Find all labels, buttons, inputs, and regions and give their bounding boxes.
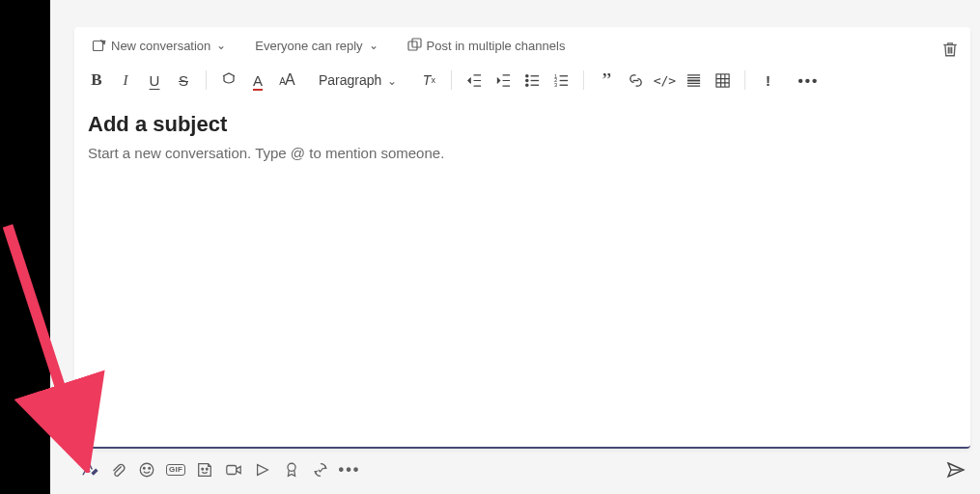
svg-point-14 [206, 468, 208, 470]
code-snippet-button[interactable]: </> [652, 68, 677, 93]
important-button[interactable]: ! [755, 68, 780, 93]
multi-channel-icon [407, 38, 423, 53]
outdent-button[interactable] [462, 68, 487, 93]
font-color-button[interactable]: A [245, 68, 270, 93]
quote-button[interactable]: ” [594, 68, 619, 93]
svg-rect-9 [716, 73, 729, 86]
emoji-button[interactable] [132, 455, 161, 484]
highlight-button[interactable] [216, 68, 241, 93]
discard-button[interactable] [941, 41, 959, 58]
strikethrough-button[interactable]: S [171, 68, 196, 93]
bulleted-list-button[interactable] [519, 68, 545, 93]
compose-body[interactable]: Add a subject Start a new conversation. … [74, 96, 970, 447]
svg-rect-0 [94, 41, 103, 51]
paragraph-style-dropdown[interactable]: Paragraph [315, 68, 401, 93]
clear-formatting-button[interactable]: Tx [416, 68, 441, 93]
link-button[interactable] [623, 68, 648, 93]
send-button[interactable] [941, 455, 970, 484]
bold-button[interactable]: B [84, 68, 109, 93]
svg-text:3: 3 [554, 82, 557, 88]
more-apps-button[interactable]: ••• [335, 455, 364, 484]
separator [583, 70, 584, 90]
italic-button[interactable]: I [113, 68, 138, 93]
separator [744, 70, 745, 90]
post-multiple-channels-label: Post in multiple channels [427, 39, 566, 53]
compose-icon [92, 38, 107, 53]
separator [206, 70, 207, 90]
approvals-button[interactable] [306, 455, 335, 484]
reply-permissions-dropdown[interactable]: Everyone can reply [249, 37, 383, 55]
horizontal-rule-button[interactable] [681, 68, 706, 93]
svg-point-3 [526, 74, 528, 76]
indent-button[interactable] [490, 68, 516, 93]
separator [451, 70, 452, 90]
stream-button[interactable] [248, 455, 277, 484]
composer-header: New conversation Everyone can reply [74, 27, 970, 64]
svg-point-4 [526, 79, 528, 81]
channel-area: New conversation Everyone can reply [50, 0, 980, 494]
format-toolbar: B I U S A AA Paragraph [74, 64, 970, 96]
numbered-list-button[interactable]: 1 2 3 [548, 68, 574, 93]
subject-input[interactable]: Add a subject [88, 112, 957, 137]
meet-now-button[interactable] [219, 455, 248, 484]
composer: New conversation Everyone can reply [74, 27, 970, 449]
compose-actions-bar: GIF [74, 453, 970, 486]
praise-button[interactable] [277, 455, 306, 484]
post-multiple-channels-button[interactable]: Post in multiple channels [402, 36, 572, 55]
app-rail [0, 0, 50, 494]
new-conversation-dropdown[interactable]: New conversation [86, 36, 232, 55]
insert-table-button[interactable] [710, 68, 735, 93]
svg-rect-15 [227, 466, 237, 475]
gif-button[interactable]: GIF [161, 455, 190, 484]
svg-point-13 [202, 468, 204, 470]
font-size-button[interactable]: AA [274, 68, 299, 93]
sticker-button[interactable] [190, 455, 219, 484]
attach-button[interactable] [103, 455, 132, 484]
reply-permissions-label: Everyone can reply [255, 39, 362, 53]
underline-button[interactable]: U [142, 68, 167, 93]
new-conversation-label: New conversation [111, 39, 210, 53]
svg-point-11 [143, 467, 145, 469]
svg-point-12 [149, 467, 151, 469]
message-input[interactable]: Start a new conversation. Type @ to ment… [88, 145, 957, 161]
format-toggle-button[interactable] [74, 455, 103, 484]
svg-point-5 [526, 84, 528, 86]
svg-point-10 [140, 463, 154, 477]
more-format-options-button[interactable]: ••• [796, 68, 821, 93]
